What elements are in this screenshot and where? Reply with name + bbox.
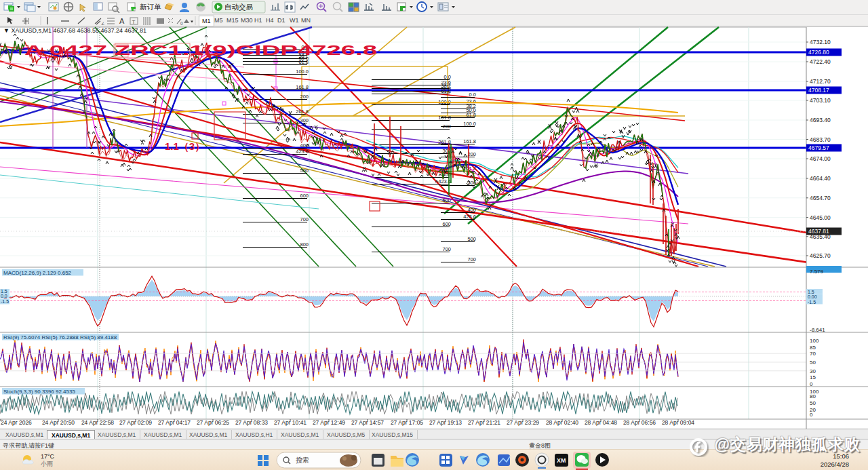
svg-text:-1.5: -1.5 [808, 300, 816, 305]
svg-text:4664.40: 4664.40 [810, 175, 831, 182]
svg-text:小雨: 小雨 [40, 461, 53, 467]
svg-text:0: 0 [810, 381, 813, 387]
svg-text:4708.17: 4708.17 [808, 87, 829, 94]
svg-text:4625.70: 4625.70 [810, 252, 831, 259]
svg-text:500: 500 [300, 168, 309, 174]
svg-text:▼ XAUUSD,s,M1 4637.68 4638.55: ▼ XAUUSD,s,M1 4637.68 4638.55 4637.24 46… [3, 27, 146, 34]
svg-text:4732.10: 4732.10 [810, 39, 831, 45]
svg-text:700: 700 [300, 216, 309, 222]
svg-text:50: 50 [810, 359, 816, 366]
svg-text:15: 15 [810, 374, 816, 380]
svg-text:7.579: 7.579 [810, 269, 824, 275]
svg-text:4712.70: 4712.70 [810, 78, 831, 85]
svg-text:85: 85 [810, 345, 816, 351]
svg-text:4654.70: 4654.70 [810, 195, 831, 201]
svg-text:61.8: 61.8 [441, 88, 451, 94]
svg-text:1.5: 1.5 [1, 289, 7, 294]
svg-text:161.8: 161.8 [463, 138, 476, 144]
svg-text:100: 100 [810, 338, 819, 344]
svg-text:4674.00: 4674.00 [810, 155, 831, 162]
svg-text:A: A [119, 17, 125, 25]
svg-text:4645.00: 4645.00 [810, 214, 831, 221]
svg-text:161.8: 161.8 [296, 84, 309, 90]
svg-text:∠: ∠ [101, 22, 104, 26]
svg-text:17°C: 17°C [41, 453, 55, 460]
svg-text:70: 70 [810, 351, 816, 357]
svg-text:新订单: 新订单 [140, 3, 161, 11]
svg-text:0: 0 [180, 21, 183, 26]
svg-text:-8.641: -8.641 [810, 327, 825, 333]
svg-text:4703.10: 4703.10 [810, 97, 831, 104]
svg-text:61.8: 61.8 [298, 59, 309, 65]
svg-text:-1.5: -1.5 [1, 299, 9, 304]
svg-text:A 0427 ZRC1.1(9)CIDP4726.8: A 0427 ZRC1.1(9)CIDP4726.8 [24, 43, 377, 58]
svg-text:XM: XM [557, 457, 566, 464]
svg-text:100.0: 100.0 [296, 68, 309, 75]
svg-text:0.0: 0.0 [469, 92, 476, 98]
svg-text:T: T [132, 19, 136, 25]
svg-text:600: 600 [300, 193, 309, 199]
svg-text:400: 400 [467, 207, 476, 213]
svg-text:0.00: 0.00 [808, 294, 817, 299]
svg-text:搜索: 搜索 [296, 456, 309, 464]
svg-text:30: 30 [810, 368, 816, 374]
svg-text:600: 600 [442, 221, 451, 227]
svg-text:100.0: 100.0 [463, 121, 476, 127]
svg-text:2026/4/28: 2026/4/28 [821, 461, 849, 468]
svg-text:700: 700 [467, 256, 476, 262]
svg-text:4679.57: 4679.57 [808, 144, 829, 151]
svg-text:自动交易: 自动交易 [224, 3, 253, 11]
svg-text:61.8: 61.8 [466, 112, 476, 118]
svg-text:24 Apr 2026: 24 Apr 2026 [1, 419, 32, 426]
svg-text:4683.70: 4683.70 [810, 136, 831, 143]
svg-text:4726.80: 4726.80 [808, 49, 829, 56]
svg-text:Stoch(9,3,3) 90.3396 92.4535: Stoch(9,3,3) 90.3396 92.4535 [3, 389, 75, 395]
svg-text:1.1（3）: 1.1（3） [165, 140, 205, 153]
svg-text:80: 80 [810, 393, 816, 399]
svg-text:800: 800 [300, 241, 309, 248]
svg-text:700: 700 [442, 246, 451, 252]
svg-text:423.6: 423.6 [463, 214, 476, 220]
svg-text:4722.40: 4722.40 [810, 58, 831, 65]
svg-text:MACD(12,26,9) 2.129 0.652: MACD(12,26,9) 2.129 0.652 [3, 270, 72, 276]
svg-text:4693.40: 4693.40 [810, 117, 831, 123]
svg-text:RSI(9) 75.6074 RSI(5) 76.2888: RSI(9) 75.6074 RSI(5) 76.2888 RSI(5) 89.… [3, 334, 117, 340]
svg-text:1.5: 1.5 [808, 290, 814, 294]
svg-text:0: 0 [810, 412, 813, 418]
svg-text:0.0: 0.0 [1, 294, 7, 298]
svg-text:50: 50 [810, 400, 816, 406]
svg-text:4637.81: 4637.81 [808, 228, 829, 235]
svg-text:423.6: 423.6 [296, 149, 309, 155]
svg-text:500: 500 [467, 236, 476, 242]
svg-text:200: 200 [300, 94, 309, 100]
